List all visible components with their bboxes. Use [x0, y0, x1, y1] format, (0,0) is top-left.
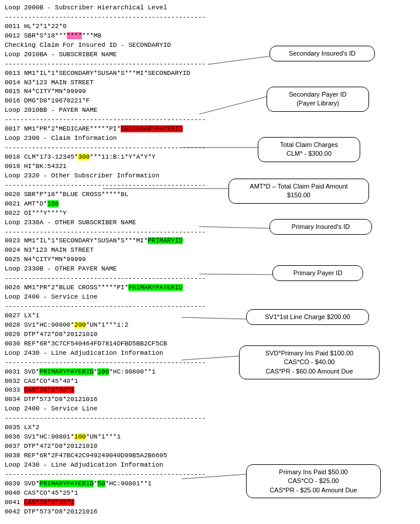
- code-line: 0011 HL*2*1*22*0: [5, 22, 415, 32]
- callout-bubble: SVD*Primary Ins Paid $100.00 CAS*CO - $4…: [239, 345, 380, 379]
- highlighted-text: CAS*2X*2*50*1: [24, 386, 74, 393]
- highlighted-text: SECONDARYPAYERID: [121, 125, 183, 132]
- code-text: Loop 2320 - Other Subscriber Information: [5, 172, 159, 179]
- code-line: Loop 2400 - Service Line: [5, 405, 415, 414]
- callout-bubble: Secondary Insured's ID: [269, 46, 375, 61]
- code-text: 0036 SV1*HC:90801*: [5, 433, 74, 440]
- code-text: Loop 2400 - Service Line: [5, 405, 97, 412]
- code-line: 0023 NM1*IL*1*SECONDARY*SUSAN*S***MI*PRI…: [5, 237, 415, 246]
- code-line: 0029 DTP*472*D8*20121010: [5, 330, 415, 340]
- code-line: 0033 CAS*2X*2*50*1: [5, 386, 415, 395]
- code-text: 0013 NM1*IL*1*SECONDARY*SUSAN*S***MI*SEC…: [5, 70, 190, 77]
- code-text: ***11:B:1*Y*A*Y*Y: [90, 153, 155, 160]
- callout-bubble: AMT*D – Total Claim Paid Amount $150.00: [228, 179, 369, 204]
- highlighted-text: 200: [74, 321, 86, 328]
- code-line: ----------------------------------------…: [5, 414, 415, 423]
- code-text: 0030 REF*6R*3C7CF540464FD7814DFBD5BB2CF5…: [5, 340, 167, 347]
- code-text: *UN*1***1: [86, 433, 121, 440]
- code-text: 0028 SV1*HC:90800*: [5, 321, 74, 328]
- code-text: 0035 LX*2: [5, 424, 39, 431]
- code-line: 0036 SV1*HC:90801*100*UN*1***1: [5, 433, 415, 442]
- highlighted-text: 100: [74, 433, 86, 440]
- code-text: Loop 2430 - Line Adjudication Informatio…: [5, 350, 163, 357]
- callout-bubble: Primary Ins Paid $50.00 CAS*CO - $25.00 …: [246, 464, 381, 498]
- code-line: 0026 NM1*PR*2*BLUE CROSS*****PI*PRIMARYP…: [5, 283, 415, 293]
- code-line: 0038 REF*6R*2F47BC42C949249040D99B5A2B66…: [5, 451, 415, 461]
- callout-bubble: SV1*1st Line Charge $200.00: [246, 309, 369, 325]
- code-text: 0015 N4*CITY*MN*99999: [5, 88, 86, 95]
- code-line: ----------------------------------------…: [5, 115, 415, 125]
- code-text: Checking Claim For Insured ID - SECONDAR…: [5, 42, 171, 49]
- code-text: *HC:90801**1: [105, 480, 152, 487]
- code-text: 0022 OI***Y****Y: [5, 210, 67, 217]
- code-line: 0025 N4*CITY*MN*99999: [5, 255, 415, 265]
- code-text: 0012 SBR*S*18***: [5, 32, 67, 39]
- highlighted-text: 100: [97, 368, 109, 375]
- code-text: 0033: [5, 386, 24, 393]
- code-text: Loop 2330B - OTHER PAYER NAME: [5, 265, 117, 272]
- code-line: 0013 NM1*IL*1*SECONDARY*SUSAN*S***MI*SEC…: [5, 69, 415, 78]
- code-line: 0041 CAS*2X*2*25*1: [5, 498, 415, 508]
- code-text: 0024 N3*123 MAIN STREET: [5, 246, 94, 254]
- code-text: 0026 NM1*PR*2*BLUE CROSS*****PI*: [5, 284, 128, 291]
- code-text: 0027 LX*1: [5, 312, 39, 319]
- code-text: Loop 2300 - Claim Information: [5, 135, 117, 142]
- code-line: 0042 DTP*573*D8*20121016: [5, 508, 415, 517]
- code-line: 0035 LX*2: [5, 423, 415, 433]
- code-text: 0011 HL*2*1*22*0: [5, 23, 67, 30]
- code-text: Loop 2400 - Service Line: [5, 293, 97, 300]
- code-text: 0037 DTP*472*D8*20121010: [5, 443, 97, 450]
- callout-bubble: Primary Payer ID: [272, 265, 363, 281]
- code-line: 0012 SBR*S*18**********MB: [5, 32, 415, 41]
- code-line: 0017 NM1*PR*2*MEDICARE*****PI*SECONDARYP…: [5, 125, 415, 134]
- highlighted-text: PRIMARYPAYERID: [39, 480, 93, 487]
- code-text: 0038 REF*6R*2F47BC42C949249040D99B5A2B66…: [5, 452, 167, 459]
- code-line: 0034 DTP*573*D8*20121016: [5, 395, 415, 405]
- highlighted-text: ****: [67, 32, 82, 39]
- code-text: 0040 CAS*CO*45*25*1: [5, 489, 78, 496]
- code-text: 0032 CAS*CO*45*40*1: [5, 378, 78, 385]
- highlighted-text: 150: [47, 200, 59, 207]
- code-line: Loop 2400 - Service Line: [5, 293, 415, 302]
- code-text: 0025 N4*CITY*MN*99999: [5, 256, 86, 263]
- code-text: 0017 NM1*PR*2*MEDICARE*****PI*: [5, 125, 121, 132]
- code-text: 0034 DTP*573*D8*20121016: [5, 396, 97, 403]
- highlighted-text: 50: [97, 480, 105, 487]
- code-text: 0021 AMT*D*: [5, 200, 47, 207]
- code-text: 0020 SBR*P*18**BLUE CROSS*****BL: [5, 191, 128, 198]
- code-text: Loop 2430 - Line Adjudication Informatio…: [5, 461, 163, 468]
- code-line: Loop 2000B - Subscriber Hierarchical Lev…: [5, 4, 415, 13]
- code-line: ----------------------------------------…: [5, 13, 415, 22]
- code-text: 0023 NM1*IL*1*SECONDARY*SUSAN*S***MI*: [5, 237, 148, 244]
- code-line: 0037 DTP*472*D8*20121010: [5, 442, 415, 451]
- code-text: Loop 2010BA - SUBSCRIBER NAME: [5, 51, 117, 58]
- code-text: Loop 2000B - Subscriber Hierarchical Lev…: [5, 4, 167, 11]
- code-text: 0019 HI*BK:54321: [5, 163, 67, 170]
- code-line: 0022 OI***Y****Y: [5, 209, 415, 218]
- code-line: 0024 N3*123 MAIN STREET: [5, 246, 415, 255]
- code-text: *UN*1***1:2: [86, 321, 129, 328]
- code-line: 0019 HI*BK:54321: [5, 162, 415, 172]
- highlighted-text: PRIMARYID: [148, 237, 182, 244]
- callout-bubble: Primary Insured's ID: [269, 219, 372, 235]
- code-text: ***MB: [82, 32, 101, 39]
- code-text: *HC:90800**1: [109, 368, 155, 375]
- code-text: 0014 N3*123 MAIN STREET: [5, 79, 94, 86]
- code-text: 0031 SVD*: [5, 368, 39, 375]
- code-text: Loop 2010BB - PAYER NAME: [5, 107, 97, 114]
- highlighted-text: 300: [78, 153, 90, 160]
- highlighted-text: CAS*2X*2*25*1: [24, 499, 74, 506]
- code-text: 0041: [5, 499, 24, 506]
- callout-bubble: Secondary Payer ID (Payer Library): [267, 87, 369, 112]
- main-content: Loop 2000B - Subscriber Hierarchical Lev…: [0, 0, 420, 520]
- code-text: 0029 DTP*472*D8*20121010: [5, 331, 97, 338]
- code-text: 0039 SVD*: [5, 480, 39, 487]
- code-text: Loop 2330A - OTHER SUBSCRIBER NAME: [5, 219, 136, 226]
- callout-bubble: Total Claim Charges CLM* - $300.00: [258, 137, 360, 162]
- code-text: 0018 CLM*173-12345*: [5, 153, 78, 160]
- highlighted-text: PRIMARYPAYERID: [128, 284, 182, 291]
- code-text: 0042 DTP*573*D8*20121016: [5, 508, 97, 515]
- code-text: 0016 DMG*D8*19670221*F: [5, 97, 90, 104]
- highlighted-text: PRIMARYPAYERID: [39, 368, 93, 375]
